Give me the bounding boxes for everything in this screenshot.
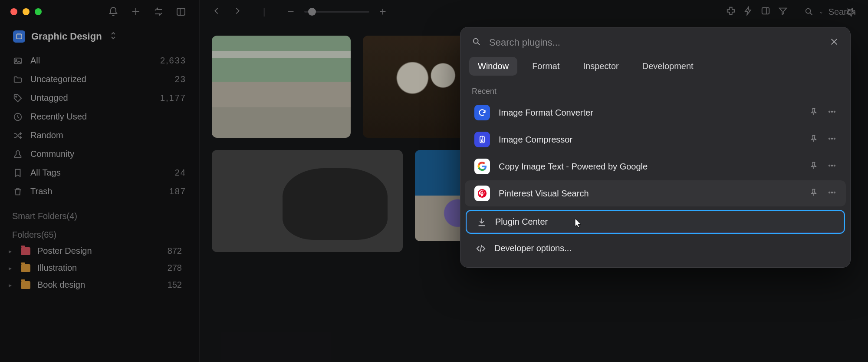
sidebar-item-count: 2,633 bbox=[160, 56, 186, 66]
thumbnail[interactable] bbox=[212, 36, 351, 138]
sidebar-item-random[interactable]: Random bbox=[6, 126, 193, 145]
sidebar-item-label: Untagged bbox=[30, 93, 68, 103]
window-minimize-button[interactable] bbox=[23, 8, 30, 15]
svg-point-11 bbox=[834, 111, 835, 112]
disclosure-triangle-icon[interactable]: ▸ bbox=[6, 265, 14, 272]
developer-options-label: Developer options... bbox=[494, 243, 572, 253]
library-selector[interactable]: Graphic Design bbox=[0, 23, 199, 49]
tab-inspector[interactable]: Inspector bbox=[574, 57, 627, 76]
svg-point-18 bbox=[834, 165, 835, 166]
close-button[interactable] bbox=[829, 37, 839, 48]
disclosure-triangle-icon[interactable]: ▸ bbox=[6, 248, 14, 255]
svg-point-9 bbox=[829, 111, 830, 112]
sidebar-item-community[interactable]: Community bbox=[6, 145, 193, 163]
layout-button[interactable] bbox=[761, 6, 770, 17]
plugin-panel: Window Format Inspector Development Rece… bbox=[460, 27, 851, 268]
folder-count: 152 bbox=[168, 280, 191, 290]
library-icon bbox=[13, 30, 25, 43]
pin-button[interactable] bbox=[845, 6, 857, 18]
folder-icon bbox=[21, 247, 30, 255]
cursor-icon bbox=[574, 218, 583, 229]
plugins-button[interactable] bbox=[726, 6, 736, 17]
sidebar: Graphic Design All 2,633 Uncategorized 2… bbox=[0, 0, 200, 362]
svg-point-10 bbox=[832, 111, 833, 112]
smart-folders-header[interactable]: Smart Folders(4) bbox=[0, 205, 199, 224]
sidebar-nav-list: All 2,633 Uncategorized 23 Untagged 1,17… bbox=[0, 49, 199, 205]
nav-back-button[interactable] bbox=[212, 6, 221, 17]
svg-point-8 bbox=[473, 39, 478, 43]
filter-button[interactable] bbox=[778, 6, 788, 17]
toggle-sidebar-icon[interactable] bbox=[175, 6, 187, 18]
add-icon[interactable] bbox=[130, 6, 142, 18]
disclosure-triangle-icon[interactable]: ▸ bbox=[6, 282, 14, 289]
developer-options-button[interactable]: Developer options... bbox=[466, 237, 845, 259]
sidebar-item-count: 187 bbox=[169, 186, 186, 196]
svg-rect-0 bbox=[177, 8, 185, 15]
sidebar-item-label: Recently Used bbox=[30, 112, 87, 122]
plugin-label: Image Format Converter bbox=[499, 108, 593, 118]
svg-point-17 bbox=[832, 165, 833, 166]
folder-label: Book design bbox=[37, 280, 85, 290]
folder-item[interactable]: ▸ Book design 152 bbox=[6, 276, 193, 293]
nav-forward-button[interactable] bbox=[233, 6, 242, 17]
plugin-item-copy-image-text[interactable]: Copy Image Text - Powered by Google bbox=[465, 153, 846, 179]
sidebar-item-label: Random bbox=[30, 130, 63, 140]
search-icon bbox=[472, 37, 481, 48]
more-icon[interactable] bbox=[828, 134, 836, 145]
plugin-search-input[interactable] bbox=[489, 37, 822, 48]
plugin-item-pinterest-visual-search[interactable]: Pinterest Visual Search bbox=[465, 180, 846, 206]
sidebar-item-recently-used[interactable]: Recently Used bbox=[6, 107, 193, 126]
sidebar-item-label: Uncategorized bbox=[30, 74, 86, 84]
folder-item[interactable]: ▸ Poster Design 872 bbox=[6, 242, 193, 259]
window-close-button[interactable] bbox=[10, 8, 17, 15]
plugin-label: Copy Image Text - Powered by Google bbox=[499, 162, 648, 172]
plugin-item-image-format-converter[interactable]: Image Format Converter bbox=[465, 100, 846, 126]
pin-icon[interactable] bbox=[809, 161, 818, 172]
folder-icon bbox=[21, 281, 30, 289]
sidebar-item-label: Community bbox=[30, 149, 74, 159]
chevron-updown-icon bbox=[110, 31, 117, 42]
tab-development[interactable]: Development bbox=[634, 57, 702, 76]
more-icon[interactable] bbox=[828, 107, 836, 118]
sidebar-item-all[interactable]: All 2,633 bbox=[6, 51, 193, 70]
tab-format[interactable]: Format bbox=[523, 57, 568, 76]
sidebar-item-trash[interactable]: Trash 187 bbox=[6, 182, 193, 201]
actions-button[interactable] bbox=[743, 6, 753, 17]
svg-point-20 bbox=[829, 192, 830, 193]
pin-icon[interactable] bbox=[809, 134, 818, 145]
sync-icon[interactable] bbox=[152, 6, 164, 18]
window-traffic-lights bbox=[0, 0, 42, 23]
pin-icon[interactable] bbox=[809, 188, 818, 199]
sidebar-item-all-tags[interactable]: All Tags 24 bbox=[6, 163, 193, 182]
search-scope-dropdown-icon[interactable]: ⌄ bbox=[819, 9, 823, 15]
sidebar-item-count: 1,177 bbox=[160, 93, 186, 103]
more-icon[interactable] bbox=[828, 188, 836, 199]
tab-window[interactable]: Window bbox=[469, 57, 517, 76]
plugin-center-label: Plugin Center bbox=[495, 217, 548, 227]
svg-point-7 bbox=[806, 9, 810, 13]
sidebar-item-untagged[interactable]: Untagged 1,177 bbox=[6, 89, 193, 107]
svg-point-4 bbox=[16, 96, 17, 97]
plugin-center-button[interactable]: Plugin Center bbox=[466, 210, 845, 234]
folder-item[interactable]: ▸ Illustration 278 bbox=[6, 259, 193, 276]
notifications-icon[interactable] bbox=[107, 6, 119, 18]
sidebar-item-count: 23 bbox=[175, 74, 186, 84]
pin-icon[interactable] bbox=[809, 107, 818, 118]
sidebar-item-label: All Tags bbox=[30, 168, 61, 178]
svg-point-15 bbox=[834, 138, 835, 139]
folder-icon bbox=[21, 264, 30, 272]
plugin-item-image-compressor[interactable]: Image Compressor bbox=[465, 126, 846, 153]
plugin-tabs: Window Format Inspector Development bbox=[460, 53, 850, 83]
folder-count: 872 bbox=[168, 246, 191, 256]
svg-point-14 bbox=[832, 138, 833, 139]
thumbnail[interactable] bbox=[212, 150, 403, 252]
window-zoom-button[interactable] bbox=[35, 8, 42, 15]
svg-rect-1 bbox=[16, 35, 22, 39]
more-icon[interactable] bbox=[828, 161, 836, 172]
library-name: Graphic Design bbox=[31, 31, 102, 42]
path-separator: | bbox=[263, 7, 265, 17]
thumbnail-size-slider[interactable] bbox=[286, 7, 388, 17]
sidebar-item-uncategorized[interactable]: Uncategorized 23 bbox=[6, 70, 193, 89]
sidebar-item-label: All bbox=[30, 56, 40, 66]
folders-header[interactable]: Folders(65) bbox=[0, 224, 199, 242]
